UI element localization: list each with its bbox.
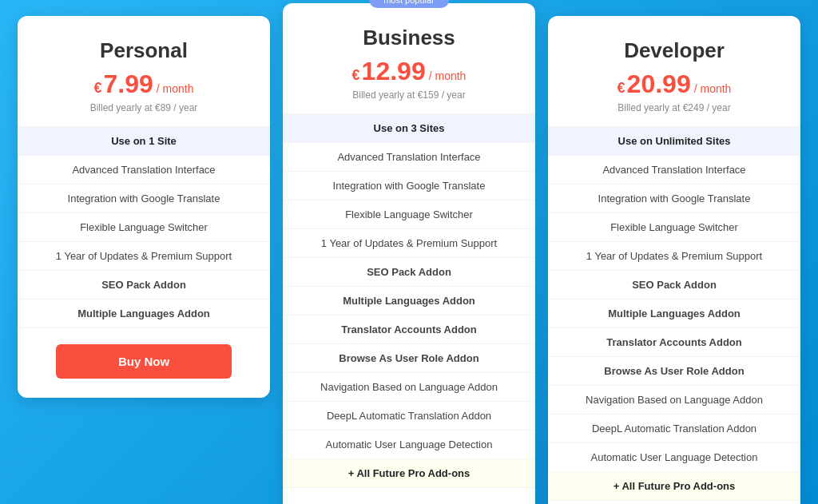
feature-item: SEO Pack Addon [18,271,270,300]
pricing-card-developer: Developer € 20.99 / month Billed yearly … [548,16,800,504]
feature-item: Flexible Language Switcher [18,213,270,242]
card-header-personal: Personal € 7.99 / month Billed yearly at… [18,16,270,127]
billed-text-personal: Billed yearly at €89 / year [34,102,254,113]
feature-item: Use on Unlimited Sites [548,127,800,156]
feature-item: Multiple Languages Addon [18,300,270,328]
features-list-developer: Use on Unlimited SitesAdvanced Translati… [548,127,800,501]
billed-text-developer: Billed yearly at €249 / year [564,102,784,113]
card-header-business: Business € 12.99 / month Billed yearly a… [283,3,535,114]
feature-item: Flexible Language Switcher [548,213,800,242]
card-header-developer: Developer € 20.99 / month Billed yearly … [548,16,800,127]
feature-item: Advanced Translation Interface [18,156,270,185]
price-row-business: € 12.99 / month [299,57,519,86]
feature-item: Flexible Language Switcher [283,200,535,229]
feature-item: + All Future Pro Add-ons [283,459,535,488]
feature-item: Advanced Translation Interface [548,156,800,185]
feature-item: 1 Year of Updates & Premium Support [18,242,270,271]
price-period-business: / month [429,69,467,82]
card-footer-developer: Buy Now [548,501,800,504]
feature-item: Navigation Based on Language Addon [283,373,535,402]
feature-item: Navigation Based on Language Addon [548,386,800,415]
pricing-card-personal: Personal € 7.99 / month Billed yearly at… [18,16,270,398]
feature-item: DeepL Automatic Translation Addon [283,402,535,431]
price-amount-developer: 20.99 [627,69,691,99]
features-list-business: Use on 3 SitesAdvanced Translation Inter… [283,114,535,488]
card-footer-personal: Buy Now [18,328,270,398]
feature-item: Translator Accounts Addon [283,315,535,344]
feature-item: 1 Year of Updates & Premium Support [548,242,800,271]
price-row-developer: € 20.99 / month [564,69,784,99]
feature-item: Integration with Google Translate [283,172,535,200]
feature-item: Multiple Languages Addon [283,287,535,315]
feature-item: SEO Pack Addon [283,258,535,287]
feature-item: Integration with Google Translate [18,185,270,213]
feature-item: Integration with Google Translate [548,185,800,213]
feature-item: Advanced Translation Interface [283,143,535,172]
price-row-personal: € 7.99 / month [34,69,254,99]
feature-item: Browse As User Role Addon [548,357,800,386]
feature-item: 1 Year of Updates & Premium Support [283,229,535,258]
feature-item: Automatic User Language Detection [283,431,535,459]
feature-item: DeepL Automatic Translation Addon [548,415,800,443]
plan-name-business: Business [299,26,519,50]
most-popular-badge: most popular [369,0,449,8]
feature-item: Multiple Languages Addon [548,300,800,328]
feature-item: + All Future Pro Add-ons [548,472,800,501]
currency-developer: € [617,80,625,97]
price-period-developer: / month [694,82,732,95]
features-list-personal: Use on 1 SiteAdvanced Translation Interf… [18,127,270,328]
card-footer-business: Buy Now [283,488,535,504]
feature-item: Use on 3 Sites [283,114,535,143]
feature-item: Translator Accounts Addon [548,328,800,357]
pricing-card-business: most popular Business € 12.99 / month Bi… [283,3,535,504]
currency-personal: € [94,80,102,97]
pricing-wrapper: Personal € 7.99 / month Billed yearly at… [18,16,800,504]
buy-button-personal[interactable]: Buy Now [56,344,232,379]
price-period-personal: / month [157,82,194,95]
price-amount-business: 12.99 [362,57,426,86]
currency-business: € [352,67,360,84]
billed-text-business: Billed yearly at €159 / year [299,89,519,101]
feature-item: Automatic User Language Detection [548,443,800,472]
price-amount-personal: 7.99 [104,69,153,99]
feature-item: Use on 1 Site [18,127,270,156]
plan-name-personal: Personal [34,38,254,63]
plan-name-developer: Developer [564,38,784,63]
feature-item: SEO Pack Addon [548,271,800,300]
feature-item: Browse As User Role Addon [283,344,535,373]
